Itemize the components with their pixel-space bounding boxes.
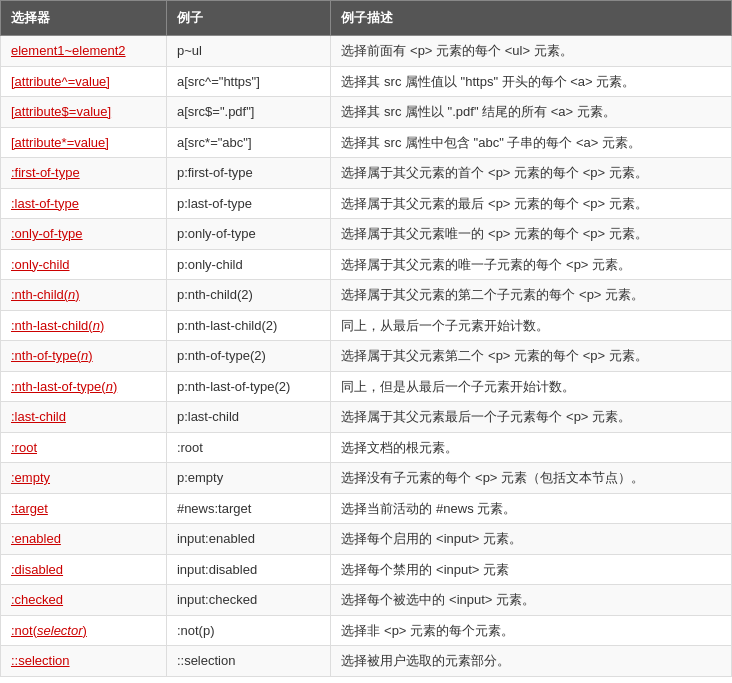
table-row: element1~element2p~ul选择前面有 <p> 元素的每个 <ul…	[1, 36, 732, 67]
example-cell: p:last-of-type	[166, 188, 331, 219]
selector-link[interactable]: [attribute^=value]	[11, 74, 110, 89]
selector-cell: ::selection	[1, 646, 167, 677]
selector-cell: :empty	[1, 463, 167, 494]
example-cell: input:checked	[166, 585, 331, 616]
description-cell: 选择属于其父元素最后一个子元素每个 <p> 元素。	[331, 402, 732, 433]
selector-link[interactable]: ::selection	[11, 653, 70, 668]
table-row: :not(selector):not(p)选择非 <p> 元素的每个元素。	[1, 615, 732, 646]
table-header-row: 选择器 例子 例子描述	[1, 1, 732, 36]
selector-cell: :nth-last-child(n)	[1, 310, 167, 341]
selector-cell: :nth-child(n)	[1, 280, 167, 311]
description-cell: 同上，从最后一个子元素开始计数。	[331, 310, 732, 341]
selector-cell: :enabled	[1, 524, 167, 555]
example-cell: p:only-of-type	[166, 219, 331, 250]
description-cell: 选择当前活动的 #news 元素。	[331, 493, 732, 524]
table-row: :last-childp:last-child选择属于其父元素最后一个子元素每个…	[1, 402, 732, 433]
selector-cell: [attribute$=value]	[1, 97, 167, 128]
table-row: :nth-child(n)p:nth-child(2)选择属于其父元素的第二个子…	[1, 280, 732, 311]
selector-cell: :only-child	[1, 249, 167, 280]
description-cell: 选择没有子元素的每个 <p> 元素（包括文本节点）。	[331, 463, 732, 494]
selector-link[interactable]: [attribute$=value]	[11, 104, 111, 119]
selector-link[interactable]: :target	[11, 501, 48, 516]
selector-link[interactable]: :nth-of-type(n)	[11, 348, 93, 363]
example-cell: p:first-of-type	[166, 158, 331, 189]
selector-link[interactable]: :last-of-type	[11, 196, 79, 211]
example-cell: input:enabled	[166, 524, 331, 555]
selector-link[interactable]: :disabled	[11, 562, 63, 577]
description-cell: 选择每个禁用的 <input> 元素	[331, 554, 732, 585]
description-cell: 选择每个被选中的 <input> 元素。	[331, 585, 732, 616]
selector-link[interactable]: :only-of-type	[11, 226, 83, 241]
example-cell: p:nth-last-child(2)	[166, 310, 331, 341]
selector-cell: :target	[1, 493, 167, 524]
example-cell: ::selection	[166, 646, 331, 677]
table-row: :only-childp:only-child选择属于其父元素的唯一子元素的每个…	[1, 249, 732, 280]
selector-link[interactable]: element1~element2	[11, 43, 126, 58]
description-cell: 选择属于其父元素第二个 <p> 元素的每个 <p> 元素。	[331, 341, 732, 372]
table-row: [attribute^=value]a[src^="https"]选择其 src…	[1, 66, 732, 97]
table-row: :checkedinput:checked选择每个被选中的 <input> 元素…	[1, 585, 732, 616]
table-row: :nth-of-type(n)p:nth-of-type(2)选择属于其父元素第…	[1, 341, 732, 372]
table-row: :nth-last-child(n)p:nth-last-child(2)同上，…	[1, 310, 732, 341]
table-row: ::selection::selection选择被用户选取的元素部分。	[1, 646, 732, 677]
table-row: :root:root选择文档的根元素。	[1, 432, 732, 463]
example-cell: a[src^="https"]	[166, 66, 331, 97]
description-cell: 选择属于其父元素的最后 <p> 元素的每个 <p> 元素。	[331, 188, 732, 219]
description-cell: 选择前面有 <p> 元素的每个 <ul> 元素。	[331, 36, 732, 67]
table-row: :nth-last-of-type(n)p:nth-last-of-type(2…	[1, 371, 732, 402]
selector-link[interactable]: :enabled	[11, 531, 61, 546]
selector-cell: [attribute*=value]	[1, 127, 167, 158]
description-cell: 选择属于其父元素的第二个子元素的每个 <p> 元素。	[331, 280, 732, 311]
table-row: [attribute*=value]a[src*="abc"]选择其 src 属…	[1, 127, 732, 158]
selector-link[interactable]: :empty	[11, 470, 50, 485]
selector-link[interactable]: :nth-last-child(n)	[11, 318, 104, 333]
description-cell: 选择每个启用的 <input> 元素。	[331, 524, 732, 555]
description-cell: 同上，但是从最后一个子元素开始计数。	[331, 371, 732, 402]
example-cell: p~ul	[166, 36, 331, 67]
selector-cell: :nth-of-type(n)	[1, 341, 167, 372]
description-cell: 选择属于其父元素唯一的 <p> 元素的每个 <p> 元素。	[331, 219, 732, 250]
selector-cell: :first-of-type	[1, 158, 167, 189]
example-cell: p:nth-last-of-type(2)	[166, 371, 331, 402]
selector-link[interactable]: :checked	[11, 592, 63, 607]
col-selector-header: 选择器	[1, 1, 167, 36]
example-cell: #news:target	[166, 493, 331, 524]
description-cell: 选择其 src 属性值以 "https" 开头的每个 <a> 元素。	[331, 66, 732, 97]
selector-link[interactable]: :nth-child(n)	[11, 287, 80, 302]
selector-link[interactable]: :only-child	[11, 257, 70, 272]
selector-cell: [attribute^=value]	[1, 66, 167, 97]
description-cell: 选择被用户选取的元素部分。	[331, 646, 732, 677]
example-cell: :root	[166, 432, 331, 463]
example-cell: p:empty	[166, 463, 331, 494]
example-cell: input:disabled	[166, 554, 331, 585]
selector-cell: :nth-last-of-type(n)	[1, 371, 167, 402]
selector-cell: :not(selector)	[1, 615, 167, 646]
example-cell: p:nth-child(2)	[166, 280, 331, 311]
selector-cell: :disabled	[1, 554, 167, 585]
table-row: [attribute$=value]a[src$=".pdf"]选择其 src …	[1, 97, 732, 128]
selector-link[interactable]: [attribute*=value]	[11, 135, 109, 150]
css-selector-table: 选择器 例子 例子描述 element1~element2p~ul选择前面有 <…	[0, 0, 732, 677]
table-row: :last-of-typep:last-of-type选择属于其父元素的最后 <…	[1, 188, 732, 219]
selector-cell: :last-of-type	[1, 188, 167, 219]
description-cell: 选择非 <p> 元素的每个元素。	[331, 615, 732, 646]
selector-link[interactable]: :not(selector)	[11, 623, 87, 638]
example-cell: p:last-child	[166, 402, 331, 433]
example-cell: a[src*="abc"]	[166, 127, 331, 158]
col-example-header: 例子	[166, 1, 331, 36]
description-cell: 选择属于其父元素的首个 <p> 元素的每个 <p> 元素。	[331, 158, 732, 189]
selector-link[interactable]: :root	[11, 440, 37, 455]
selector-cell: :only-of-type	[1, 219, 167, 250]
selector-cell: :root	[1, 432, 167, 463]
table-body: element1~element2p~ul选择前面有 <p> 元素的每个 <ul…	[1, 36, 732, 677]
table-row: :emptyp:empty选择没有子元素的每个 <p> 元素（包括文本节点）。	[1, 463, 732, 494]
selector-link[interactable]: :nth-last-of-type(n)	[11, 379, 117, 394]
example-cell: p:only-child	[166, 249, 331, 280]
selector-link[interactable]: :first-of-type	[11, 165, 80, 180]
col-description-header: 例子描述	[331, 1, 732, 36]
selector-cell: :last-child	[1, 402, 167, 433]
description-cell: 选择属于其父元素的唯一子元素的每个 <p> 元素。	[331, 249, 732, 280]
selector-link[interactable]: :last-child	[11, 409, 66, 424]
example-cell: p:nth-of-type(2)	[166, 341, 331, 372]
table-row: :enabledinput:enabled选择每个启用的 <input> 元素。	[1, 524, 732, 555]
